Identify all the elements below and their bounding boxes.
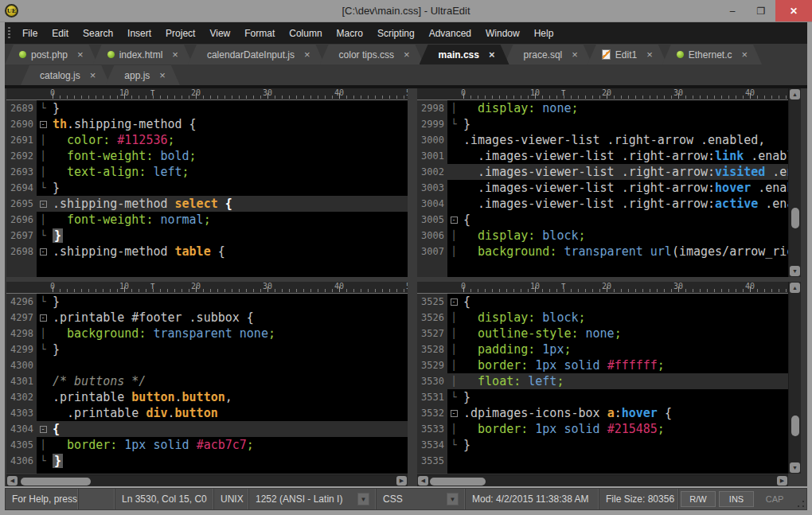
ruler-label: 10 — [119, 88, 129, 97]
tab-calendardateinput.js[interactable]: calendarDateInput.js× — [188, 45, 325, 64]
close-icon[interactable]: × — [158, 70, 167, 80]
menu-drag-handle-icon[interactable] — [8, 27, 10, 40]
ruler-label: 20 — [602, 282, 611, 291]
close-icon[interactable]: × — [303, 49, 312, 60]
insert-mode-toggle[interactable]: INS — [719, 491, 754, 507]
fold-marker-icon[interactable]: - — [37, 310, 49, 326]
line-number: 3004 — [417, 196, 447, 212]
menu-item-scripting[interactable]: Scripting — [370, 22, 422, 44]
vertical-scrollbar-bottom[interactable]: ▲ ▼ — [788, 282, 801, 474]
fold-marker-icon: │ — [37, 326, 49, 341]
editor-pane-bottom-left[interactable]: 01020304050T4296└}4297-.printable #foote… — [6, 282, 408, 474]
scroll-down-icon[interactable]: ▼ — [790, 266, 800, 276]
close-icon[interactable]: × — [487, 49, 497, 60]
scroll-left-icon[interactable]: ◀ — [7, 476, 18, 486]
close-icon[interactable]: × — [88, 70, 98, 80]
fold-marker-icon: │ — [447, 341, 460, 357]
tab-edit1[interactable]: Edit1× — [588, 45, 667, 64]
close-icon[interactable]: × — [170, 49, 180, 60]
status-encoding[interactable]: 1252 (ANSI - Latin I) ▼ — [249, 489, 377, 509]
status-syntax[interactable]: CSS ▼ — [377, 489, 466, 509]
fold-marker-icon[interactable]: - — [447, 294, 460, 310]
scrollbar-thumb[interactable] — [21, 478, 91, 486]
status-line-ending: UNIX — [214, 489, 249, 509]
tab-prace.sql[interactable]: prace.sql× — [505, 45, 592, 64]
code-text: float: left; — [460, 373, 788, 389]
code-line: 2694└} — [6, 180, 408, 196]
tab-bar: post.php×index.html×calendarDateInput.js… — [5, 44, 807, 88]
fold-marker-icon — [37, 405, 49, 421]
chevron-down-icon[interactable]: ▼ — [357, 493, 369, 505]
chevron-down-icon[interactable]: ▼ — [447, 493, 459, 505]
tab-color-tips.css[interactable]: color tips.css× — [320, 45, 424, 64]
menu-item-macro[interactable]: Macro — [330, 22, 370, 44]
status-blank-segment — [79, 489, 115, 509]
close-icon[interactable]: × — [645, 49, 654, 60]
scroll-left-icon[interactable]: ◀ — [418, 476, 428, 486]
fold-marker-icon[interactable]: - — [37, 421, 49, 437]
vertical-scrollbar-top[interactable]: ▲ ▼ — [788, 88, 801, 277]
code-text: border: 1px solid #215485; — [460, 421, 788, 437]
menu-item-edit[interactable]: Edit — [45, 22, 76, 44]
scrollbar-thumb[interactable] — [430, 478, 486, 486]
minimize-button[interactable]: – — [718, 0, 747, 21]
line-number: 2692 — [6, 148, 37, 164]
tab-catalog.js[interactable]: catalog.js× — [21, 65, 110, 85]
tab-post.php[interactable]: post.php× — [5, 45, 98, 64]
scrollbar-thumb[interactable] — [791, 208, 799, 228]
code-text: display: none; — [460, 100, 788, 116]
horizontal-scrollbar-right[interactable]: ◀ ▶ — [417, 474, 788, 486]
tab-app.js[interactable]: app.js× — [105, 65, 180, 85]
tab-index.html[interactable]: index.html× — [93, 45, 193, 64]
horizontal-scrollbar-left[interactable]: ◀ ▶ — [6, 474, 408, 486]
fold-marker-icon[interactable]: - — [37, 196, 49, 212]
close-icon[interactable]: × — [740, 49, 749, 60]
maximize-button[interactable]: ❐ — [747, 0, 775, 21]
code-text: } — [49, 453, 408, 469]
menu-item-view[interactable]: View — [202, 22, 237, 44]
close-icon[interactable]: × — [402, 49, 412, 60]
menu-item-search[interactable]: Search — [76, 22, 120, 44]
tab-main.css[interactable]: main.css× — [420, 45, 509, 64]
scroll-down-icon[interactable]: ▼ — [790, 462, 800, 473]
fold-marker-icon[interactable]: - — [447, 405, 460, 421]
code-line: 3004 .images-viewer-list .right-arrow:ac… — [417, 196, 788, 212]
tab-ethernet.c[interactable]: Ethernet.c× — [662, 45, 762, 64]
fold-marker-icon[interactable]: - — [37, 244, 49, 259]
scroll-right-icon[interactable]: ▶ — [777, 476, 787, 486]
scroll-up-icon[interactable]: ▲ — [790, 89, 800, 99]
code-line: 2692│ font-weight: bold; — [6, 148, 408, 164]
read-write-toggle[interactable]: R/W — [681, 491, 716, 507]
menu-item-advanced[interactable]: Advanced — [422, 22, 478, 44]
scroll-right-icon[interactable]: ▶ — [396, 476, 407, 486]
resize-grip[interactable] — [794, 497, 806, 509]
tab-stop-marker: T — [561, 89, 565, 97]
close-icon[interactable]: × — [76, 49, 85, 60]
code-line: 2693│ text-align: left; — [6, 164, 408, 180]
close-icon[interactable]: × — [570, 49, 580, 60]
menu-item-help[interactable]: Help — [527, 22, 561, 44]
code-text: .images-viewer-list .right-arrow:hover .… — [460, 180, 788, 196]
code-line: 3530│ float: left; — [417, 373, 788, 389]
menu-item-window[interactable]: Window — [478, 22, 527, 44]
menu-item-file[interactable]: File — [15, 22, 45, 44]
line-number: 3530 — [417, 373, 447, 389]
code-line: 3534└} — [417, 437, 788, 453]
editor-pane-top-right[interactable]: 01020304050T2998│ display: none;2999└}30… — [417, 88, 788, 277]
scrollbar-thumb[interactable] — [791, 416, 799, 436]
line-number: 3525 — [417, 294, 447, 310]
editor-pane-top-left[interactable]: 01020304050T2689└}2690-th.shipping-metho… — [6, 88, 408, 277]
code-text: font-weight: normal; — [49, 212, 408, 228]
fold-marker-icon[interactable]: - — [37, 116, 49, 132]
menu-item-insert[interactable]: Insert — [120, 22, 158, 44]
fold-marker-icon[interactable]: - — [447, 212, 460, 228]
menu-item-project[interactable]: Project — [158, 22, 202, 44]
editor-pane-bottom-right[interactable]: 01020304050T3525-{3526│ display: block;3… — [417, 282, 788, 474]
menu-item-format[interactable]: Format — [237, 22, 282, 44]
scroll-up-icon[interactable]: ▲ — [790, 283, 800, 293]
close-button[interactable]: ✕ — [775, 0, 812, 21]
code-text: { — [460, 294, 788, 310]
tab-label: main.css — [439, 49, 479, 60]
ruler-label: 20 — [602, 88, 611, 97]
menu-item-column[interactable]: Column — [282, 22, 329, 44]
